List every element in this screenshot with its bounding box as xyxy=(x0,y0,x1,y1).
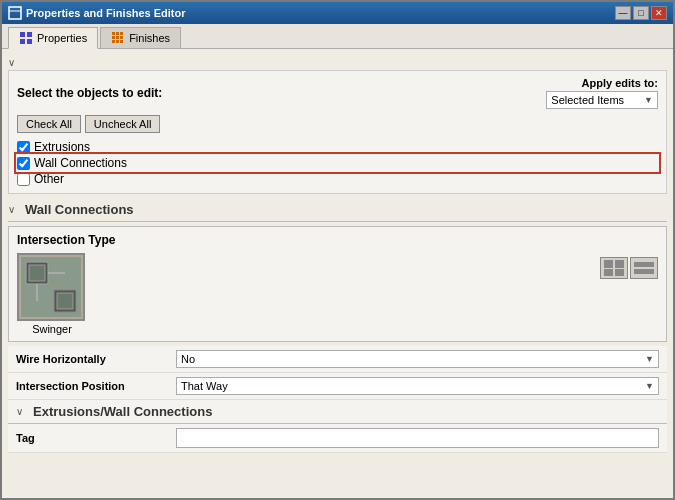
svg-rect-20 xyxy=(57,293,73,309)
tag-label: Tag xyxy=(16,432,176,444)
svg-rect-28 xyxy=(634,269,654,274)
svg-rect-0 xyxy=(9,7,21,19)
svg-rect-11 xyxy=(120,36,123,39)
chevron-wall-icon[interactable]: ∨ xyxy=(8,204,15,215)
intersection-position-value: That Way xyxy=(181,380,228,392)
swinger-tile[interactable]: Swinger xyxy=(17,253,87,335)
check-all-button[interactable]: Check All xyxy=(17,115,81,133)
chevron-extrusions-icon[interactable]: ∨ xyxy=(16,406,23,417)
svg-rect-4 xyxy=(20,39,25,44)
svg-rect-26 xyxy=(615,269,624,276)
intersection-type-row: Swinger xyxy=(17,253,658,335)
checkbox-other-label: Other xyxy=(34,172,64,186)
svg-rect-23 xyxy=(604,260,613,268)
svg-rect-5 xyxy=(27,39,32,44)
checkbox-extrusions-label: Extrusions xyxy=(34,140,90,154)
app-icon xyxy=(8,6,22,20)
type-icon-group xyxy=(600,257,658,279)
tag-input[interactable] xyxy=(176,428,659,448)
svg-rect-25 xyxy=(604,269,613,276)
minimize-button[interactable]: — xyxy=(615,6,631,20)
select-objects-label: Select the objects to edit: xyxy=(17,86,162,100)
wire-horizontally-dropdown[interactable]: No ▼ xyxy=(176,350,659,368)
extrusions-header: ∨ Extrusions/Wall Connections xyxy=(8,400,667,424)
apply-edits-label: Apply edits to: xyxy=(582,77,658,89)
intersection-type-panel: Intersection Type xyxy=(8,226,667,342)
tab-finishes[interactable]: Finishes xyxy=(100,27,181,48)
swinger-image-box xyxy=(17,253,85,321)
check-buttons: Check All Uncheck All xyxy=(17,115,658,133)
svg-rect-24 xyxy=(615,260,624,268)
wall-connections-header: ∨ Wall Connections xyxy=(8,198,667,222)
finishes-tab-icon xyxy=(111,31,125,45)
content-area: ∨ Select the objects to edit: Apply edit… xyxy=(2,49,673,498)
maximize-button[interactable]: □ xyxy=(633,6,649,20)
select-header-row: Select the objects to edit: Apply edits … xyxy=(17,77,658,109)
type-icon-btn-1[interactable] xyxy=(600,257,628,279)
checkbox-wall-connections-input[interactable] xyxy=(17,157,30,170)
svg-rect-7 xyxy=(116,32,119,35)
intersection-position-label: Intersection Position xyxy=(16,380,176,392)
tab-bar: Properties Finishes xyxy=(2,24,673,49)
apply-edits-value: Selected Items xyxy=(551,94,624,106)
svg-rect-9 xyxy=(112,36,115,39)
close-button[interactable]: ✕ xyxy=(651,6,667,20)
wire-horizontally-value: No xyxy=(181,353,195,365)
svg-rect-3 xyxy=(27,32,32,37)
intersection-position-dropdown[interactable]: That Way ▼ xyxy=(176,377,659,395)
extrusions-title: Extrusions/Wall Connections xyxy=(33,404,212,419)
tab-properties[interactable]: Properties xyxy=(8,27,98,49)
uncheck-all-button[interactable]: Uncheck All xyxy=(85,115,160,133)
svg-rect-2 xyxy=(20,32,25,37)
apply-edits-section: Apply edits to: Selected Items ▼ xyxy=(546,77,658,109)
checkbox-wall-connections: Wall Connections xyxy=(17,155,658,171)
svg-rect-8 xyxy=(120,32,123,35)
title-bar: Properties and Finishes Editor — □ ✕ xyxy=(2,2,673,24)
intersection-type-label: Intersection Type xyxy=(17,233,658,247)
svg-rect-27 xyxy=(634,262,654,267)
apply-edits-arrow-icon: ▼ xyxy=(644,95,653,105)
title-controls: — □ ✕ xyxy=(615,6,667,20)
chevron-top-icon: ∨ xyxy=(8,57,15,68)
tag-row: Tag xyxy=(8,424,667,453)
checkbox-other: Other xyxy=(17,171,658,187)
wall-connections-title: Wall Connections xyxy=(25,202,134,217)
swinger-label: Swinger xyxy=(17,323,87,335)
wire-horizontally-row: Wire Horizontally No ▼ xyxy=(8,346,667,373)
select-objects-section: Select the objects to edit: Apply edits … xyxy=(8,70,667,194)
svg-rect-10 xyxy=(116,36,119,39)
properties-tab-icon xyxy=(19,31,33,45)
type-icon-btn-2[interactable] xyxy=(630,257,658,279)
svg-rect-12 xyxy=(112,40,115,43)
wire-horizontally-label: Wire Horizontally xyxy=(16,353,176,365)
svg-rect-14 xyxy=(120,40,123,43)
svg-rect-13 xyxy=(116,40,119,43)
checkbox-extrusions: Extrusions xyxy=(17,139,658,155)
checkbox-other-input[interactable] xyxy=(17,173,30,186)
wire-horizontally-arrow-icon: ▼ xyxy=(645,354,654,364)
svg-rect-6 xyxy=(112,32,115,35)
window-title: Properties and Finishes Editor xyxy=(26,7,186,19)
main-window: Properties and Finishes Editor — □ ✕ Pro… xyxy=(0,0,675,500)
intersection-position-arrow-icon: ▼ xyxy=(645,381,654,391)
title-bar-left: Properties and Finishes Editor xyxy=(8,6,186,20)
intersection-position-row: Intersection Position That Way ▼ xyxy=(8,373,667,400)
tab-finishes-label: Finishes xyxy=(129,32,170,44)
checkbox-wall-connections-label: Wall Connections xyxy=(34,156,127,170)
svg-rect-18 xyxy=(29,265,45,281)
tab-properties-label: Properties xyxy=(37,32,87,44)
apply-edits-dropdown[interactable]: Selected Items ▼ xyxy=(546,91,658,109)
collapse-row-top[interactable]: ∨ xyxy=(8,55,667,70)
checkbox-extrusions-input[interactable] xyxy=(17,141,30,154)
